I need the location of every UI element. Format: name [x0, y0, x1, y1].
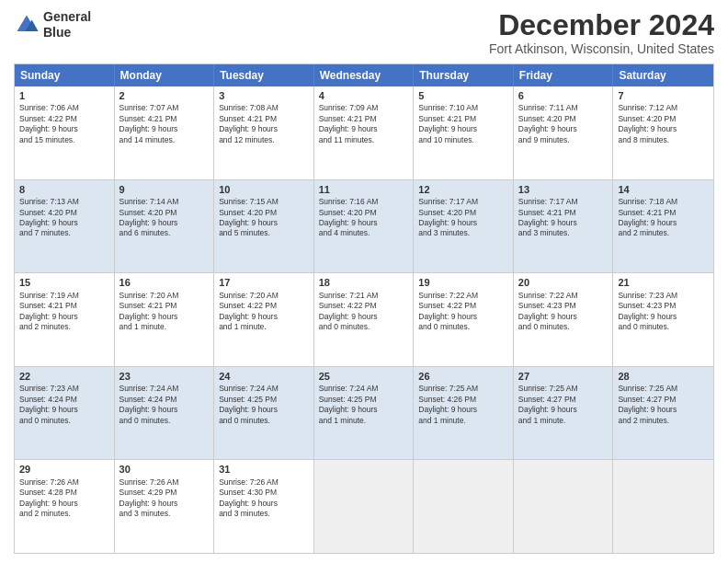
day-info: Sunrise: 7:09 AM Sunset: 4:21 PM Dayligh…	[319, 103, 409, 145]
calendar-cell: 18Sunrise: 7:21 AM Sunset: 4:22 PM Dayli…	[314, 273, 415, 366]
day-number: 10	[219, 183, 309, 196]
calendar-cell: 29Sunrise: 7:26 AM Sunset: 4:28 PM Dayli…	[15, 460, 115, 553]
day-number: 12	[418, 183, 508, 196]
calendar-cell: 5Sunrise: 7:10 AM Sunset: 4:21 PM Daylig…	[414, 86, 514, 179]
day-info: Sunrise: 7:20 AM Sunset: 4:22 PM Dayligh…	[219, 291, 309, 333]
day-number: 19	[418, 276, 508, 289]
day-number: 4	[319, 89, 409, 102]
day-info: Sunrise: 7:24 AM Sunset: 4:25 PM Dayligh…	[219, 384, 309, 426]
calendar-cell: 20Sunrise: 7:22 AM Sunset: 4:23 PM Dayli…	[514, 273, 614, 366]
calendar-cell: 3Sunrise: 7:08 AM Sunset: 4:21 PM Daylig…	[214, 86, 314, 179]
calendar-cell: 23Sunrise: 7:24 AM Sunset: 4:24 PM Dayli…	[115, 367, 215, 460]
day-number: 14	[618, 183, 709, 196]
day-number: 1	[19, 89, 109, 102]
calendar-cell: 16Sunrise: 7:20 AM Sunset: 4:21 PM Dayli…	[115, 273, 215, 366]
weekday-header: Friday	[514, 64, 614, 86]
calendar-row: 29Sunrise: 7:26 AM Sunset: 4:28 PM Dayli…	[15, 459, 713, 553]
day-info: Sunrise: 7:23 AM Sunset: 4:24 PM Dayligh…	[19, 384, 109, 426]
calendar-cell: 24Sunrise: 7:24 AM Sunset: 4:25 PM Dayli…	[214, 367, 314, 460]
day-number: 5	[418, 89, 508, 102]
day-number: 13	[518, 183, 609, 196]
day-number: 27	[518, 370, 609, 383]
page: General Blue December 2024 Fort Atkinson…	[0, 0, 728, 563]
calendar: SundayMondayTuesdayWednesdayThursdayFrid…	[14, 63, 714, 554]
calendar-row: 1Sunrise: 7:06 AM Sunset: 4:22 PM Daylig…	[15, 86, 713, 179]
day-number: 22	[19, 370, 109, 383]
day-number: 3	[219, 89, 309, 102]
calendar-cell: 22Sunrise: 7:23 AM Sunset: 4:24 PM Dayli…	[15, 367, 115, 460]
calendar-cell	[514, 460, 614, 553]
day-info: Sunrise: 7:24 AM Sunset: 4:24 PM Dayligh…	[119, 384, 210, 426]
day-info: Sunrise: 7:06 AM Sunset: 4:22 PM Dayligh…	[19, 103, 109, 145]
day-number: 31	[219, 463, 309, 476]
day-info: Sunrise: 7:14 AM Sunset: 4:20 PM Dayligh…	[119, 197, 210, 239]
day-number: 2	[119, 89, 210, 102]
weekday-header: Monday	[115, 64, 215, 86]
logo: General Blue	[14, 9, 91, 40]
logo-text: General Blue	[43, 9, 91, 40]
day-number: 17	[219, 276, 309, 289]
day-info: Sunrise: 7:26 AM Sunset: 4:29 PM Dayligh…	[119, 477, 210, 520]
calendar-row: 22Sunrise: 7:23 AM Sunset: 4:24 PM Dayli…	[15, 366, 713, 460]
weekday-header: Saturday	[613, 64, 713, 86]
day-info: Sunrise: 7:12 AM Sunset: 4:20 PM Dayligh…	[618, 103, 709, 145]
weekday-header: Sunday	[15, 64, 115, 86]
day-info: Sunrise: 7:17 AM Sunset: 4:21 PM Dayligh…	[518, 197, 609, 239]
day-number: 29	[19, 463, 109, 476]
day-info: Sunrise: 7:13 AM Sunset: 4:20 PM Dayligh…	[19, 197, 109, 239]
calendar-cell: 31Sunrise: 7:26 AM Sunset: 4:30 PM Dayli…	[214, 460, 314, 553]
day-info: Sunrise: 7:15 AM Sunset: 4:20 PM Dayligh…	[219, 197, 309, 239]
calendar-cell	[314, 460, 415, 553]
calendar-cell: 14Sunrise: 7:18 AM Sunset: 4:21 PM Dayli…	[613, 180, 713, 273]
weekday-header: Thursday	[414, 64, 514, 86]
day-number: 20	[518, 276, 609, 289]
day-number: 21	[618, 276, 709, 289]
calendar-cell: 21Sunrise: 7:23 AM Sunset: 4:23 PM Dayli…	[613, 273, 713, 366]
day-info: Sunrise: 7:11 AM Sunset: 4:20 PM Dayligh…	[518, 103, 609, 145]
calendar-cell: 1Sunrise: 7:06 AM Sunset: 4:22 PM Daylig…	[15, 86, 115, 179]
day-info: Sunrise: 7:19 AM Sunset: 4:21 PM Dayligh…	[19, 291, 109, 333]
day-info: Sunrise: 7:16 AM Sunset: 4:20 PM Dayligh…	[319, 197, 409, 239]
day-info: Sunrise: 7:10 AM Sunset: 4:21 PM Dayligh…	[418, 103, 508, 145]
day-info: Sunrise: 7:07 AM Sunset: 4:21 PM Dayligh…	[119, 103, 210, 145]
day-info: Sunrise: 7:22 AM Sunset: 4:23 PM Dayligh…	[518, 291, 609, 333]
calendar-cell: 12Sunrise: 7:17 AM Sunset: 4:20 PM Dayli…	[414, 180, 514, 273]
day-number: 26	[418, 370, 508, 383]
day-info: Sunrise: 7:25 AM Sunset: 4:27 PM Dayligh…	[618, 384, 709, 426]
calendar-cell: 8Sunrise: 7:13 AM Sunset: 4:20 PM Daylig…	[15, 180, 115, 273]
calendar-cell: 4Sunrise: 7:09 AM Sunset: 4:21 PM Daylig…	[314, 86, 415, 179]
day-number: 23	[119, 370, 210, 383]
calendar-cell: 27Sunrise: 7:25 AM Sunset: 4:27 PM Dayli…	[514, 367, 614, 460]
calendar-row: 8Sunrise: 7:13 AM Sunset: 4:20 PM Daylig…	[15, 179, 713, 273]
day-number: 11	[319, 183, 409, 196]
day-number: 25	[319, 370, 409, 383]
calendar-cell: 30Sunrise: 7:26 AM Sunset: 4:29 PM Dayli…	[115, 460, 215, 553]
weekday-header: Wednesday	[314, 64, 415, 86]
day-number: 28	[618, 370, 709, 383]
calendar-cell: 10Sunrise: 7:15 AM Sunset: 4:20 PM Dayli…	[214, 180, 314, 273]
day-info: Sunrise: 7:21 AM Sunset: 4:22 PM Dayligh…	[319, 291, 409, 333]
day-info: Sunrise: 7:26 AM Sunset: 4:28 PM Dayligh…	[19, 477, 109, 520]
day-number: 6	[518, 89, 609, 102]
day-info: Sunrise: 7:20 AM Sunset: 4:21 PM Dayligh…	[119, 291, 210, 333]
calendar-cell: 13Sunrise: 7:17 AM Sunset: 4:21 PM Dayli…	[514, 180, 614, 273]
day-number: 8	[19, 183, 109, 196]
day-info: Sunrise: 7:26 AM Sunset: 4:30 PM Dayligh…	[219, 477, 309, 520]
calendar-cell: 2Sunrise: 7:07 AM Sunset: 4:21 PM Daylig…	[115, 86, 215, 179]
header: General Blue December 2024 Fort Atkinson…	[14, 9, 714, 56]
calendar-cell: 28Sunrise: 7:25 AM Sunset: 4:27 PM Dayli…	[613, 367, 713, 460]
calendar-cell: 11Sunrise: 7:16 AM Sunset: 4:20 PM Dayli…	[314, 180, 415, 273]
day-number: 18	[319, 276, 409, 289]
calendar-cell: 9Sunrise: 7:14 AM Sunset: 4:20 PM Daylig…	[115, 180, 215, 273]
calendar-cell: 19Sunrise: 7:22 AM Sunset: 4:22 PM Dayli…	[414, 273, 514, 366]
main-title: December 2024	[489, 9, 714, 41]
calendar-cell: 17Sunrise: 7:20 AM Sunset: 4:22 PM Dayli…	[214, 273, 314, 366]
day-number: 30	[119, 463, 210, 476]
logo-icon	[14, 12, 40, 38]
calendar-cell: 25Sunrise: 7:24 AM Sunset: 4:25 PM Dayli…	[314, 367, 415, 460]
day-number: 15	[19, 276, 109, 289]
calendar-cell	[613, 460, 713, 553]
day-info: Sunrise: 7:18 AM Sunset: 4:21 PM Dayligh…	[618, 197, 709, 239]
calendar-body: 1Sunrise: 7:06 AM Sunset: 4:22 PM Daylig…	[15, 86, 713, 553]
calendar-cell: 6Sunrise: 7:11 AM Sunset: 4:20 PM Daylig…	[514, 86, 614, 179]
